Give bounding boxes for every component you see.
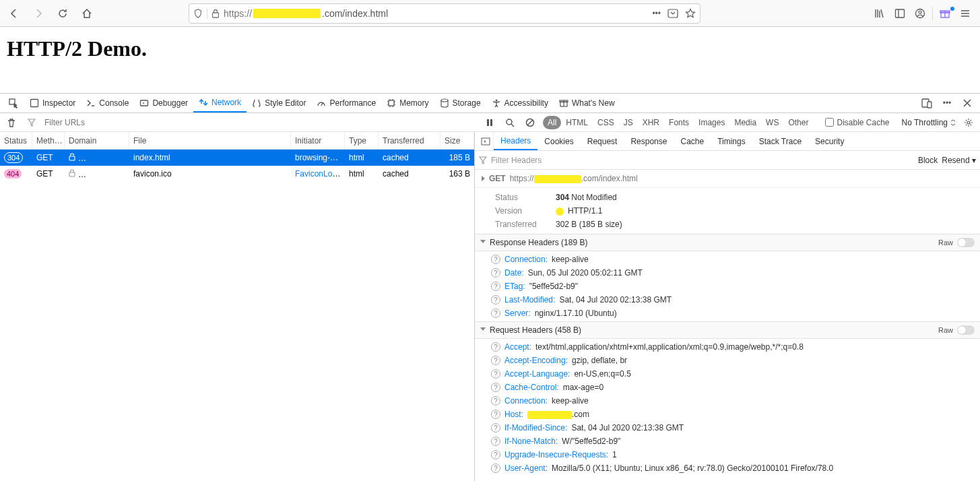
filter-pill-html[interactable]: HTML — [561, 116, 593, 129]
svg-line-25 — [527, 120, 533, 125]
help-icon[interactable]: ? — [491, 356, 500, 365]
hamburger-menu-icon[interactable] — [957, 8, 973, 19]
filter-pill-all[interactable]: All — [543, 116, 561, 129]
help-icon[interactable]: ? — [491, 463, 500, 473]
tab-style-editor[interactable]: Style Editor — [247, 94, 311, 113]
url-bar[interactable]: https://.com/index.html ••• — [189, 3, 700, 24]
tab-console[interactable]: Console — [81, 94, 134, 113]
raw-toggle[interactable] — [957, 325, 975, 335]
reload-button[interactable] — [53, 3, 73, 24]
details-tab-request[interactable]: Request — [581, 132, 624, 150]
header-row: ?Cache-Control: max-age=0 — [475, 381, 980, 394]
svg-point-26 — [967, 121, 970, 124]
disable-cache-toggle[interactable]: Disable Cache — [825, 118, 889, 127]
filter-pill-js[interactable]: JS — [619, 116, 638, 129]
help-icon[interactable]: ? — [491, 255, 500, 264]
header-row: ?Server: nginx/1.17.10 (Ubuntu) — [475, 307, 980, 320]
devtools-more-icon[interactable]: ••• — [940, 98, 954, 108]
tab-debugger[interactable]: Debugger — [134, 94, 193, 113]
reader-icon[interactable] — [667, 9, 678, 18]
details-tab-security[interactable]: Security — [808, 132, 851, 150]
table-row[interactable]: 404GET…favicon.icoFaviconLoa…htmlcached1… — [0, 166, 474, 182]
accessibility-icon — [492, 98, 501, 108]
back-button[interactable] — [4, 3, 24, 24]
filter-pill-fonts[interactable]: Fonts — [664, 116, 694, 129]
network-table: StatusMeth…DomainFileInitiatorTypeTransf… — [0, 132, 475, 481]
bookmark-star-icon[interactable] — [685, 8, 696, 19]
column-header[interactable]: Meth… — [32, 132, 65, 149]
library-icon[interactable] — [872, 8, 888, 19]
memory-icon — [387, 98, 396, 108]
clear-icon[interactable] — [4, 118, 19, 127]
details-tab-cache[interactable]: Cache — [674, 132, 711, 150]
search-icon[interactable] — [502, 118, 517, 127]
response-headers-section[interactable]: Response Headers (189 B) Raw — [475, 234, 980, 251]
help-icon[interactable]: ? — [491, 309, 500, 318]
details-tab-headers[interactable]: Headers — [494, 132, 537, 150]
filter-urls-input[interactable] — [44, 118, 145, 127]
filter-headers-input[interactable]: Filter Headers — [491, 156, 542, 165]
column-header[interactable]: Type — [345, 132, 379, 149]
summary-url[interactable]: GET https://.com/index.html — [475, 170, 980, 188]
column-header[interactable]: Initiator — [291, 132, 345, 149]
throttling-select[interactable]: No Throttling — [902, 118, 956, 127]
help-icon[interactable]: ? — [491, 383, 500, 392]
filter-pills: AllHTMLCSSJSXHRFontsImagesMediaWSOther — [543, 116, 813, 129]
browser-toolbar: https://.com/index.html ••• — [0, 0, 980, 27]
help-icon[interactable]: ? — [491, 282, 500, 291]
raw-toggle[interactable] — [957, 238, 975, 247]
help-icon[interactable]: ? — [491, 450, 500, 459]
responsive-design-icon[interactable] — [919, 98, 934, 108]
resend-button[interactable]: Resend ▾ — [942, 156, 976, 165]
filter-pill-media[interactable]: Media — [729, 116, 761, 129]
details-tab-response[interactable]: Response — [624, 132, 674, 150]
home-button[interactable] — [77, 3, 97, 24]
help-icon[interactable]: ? — [491, 342, 500, 352]
help-icon[interactable]: ? — [491, 410, 500, 419]
column-header[interactable]: Status — [0, 132, 32, 149]
more-actions-icon[interactable]: ••• — [652, 9, 661, 18]
filter-pill-ws[interactable]: WS — [761, 116, 783, 129]
help-icon[interactable]: ? — [491, 423, 500, 432]
details-tab-stack-trace[interactable]: Stack Trace — [752, 132, 808, 150]
whats-new-icon[interactable] — [937, 8, 953, 19]
details-tab-timings[interactable]: Timings — [711, 132, 752, 150]
tab-inspector[interactable]: Inspector — [24, 94, 81, 113]
har-settings-icon[interactable] — [961, 118, 976, 127]
request-headers-section[interactable]: Request Headers (458 B) Raw — [475, 321, 980, 339]
tab-storage[interactable]: Storage — [434, 94, 486, 113]
account-icon[interactable] — [912, 8, 928, 19]
tab-performance[interactable]: Performance — [311, 94, 381, 113]
sidebar-icon[interactable] — [892, 8, 908, 19]
devtools-close-icon[interactable] — [960, 98, 975, 108]
filter-icon[interactable] — [24, 119, 39, 127]
column-header[interactable]: File — [129, 132, 291, 149]
filter-pill-images[interactable]: Images — [694, 116, 729, 129]
column-header[interactable]: Size — [440, 132, 474, 149]
column-header[interactable]: Transferred — [379, 132, 440, 149]
block-icon[interactable] — [523, 118, 537, 127]
filter-pill-css[interactable]: CSS — [593, 116, 619, 129]
help-icon[interactable]: ? — [491, 396, 500, 406]
inspect-toggle[interactable] — [3, 94, 24, 113]
pause-icon[interactable] — [482, 119, 497, 127]
help-icon[interactable]: ? — [491, 437, 500, 446]
filter-pill-other[interactable]: Other — [783, 116, 813, 129]
details-tab-cookies[interactable]: Cookies — [537, 132, 580, 150]
forward-button[interactable] — [28, 3, 48, 24]
filter-pill-xhr[interactable]: XHR — [638, 116, 664, 129]
table-row[interactable]: 304GET…index.htmlbrowsing-c…htmlcached18… — [0, 150, 474, 166]
filter-headers-row: Filter Headers Block Resend ▾ — [475, 151, 980, 170]
column-header[interactable]: Domain — [65, 132, 129, 149]
svg-rect-12 — [389, 100, 394, 106]
tab-network[interactable]: Network — [193, 94, 247, 113]
toggle-panel-icon[interactable] — [478, 132, 494, 150]
block-button[interactable]: Block — [918, 156, 938, 165]
url-section: https://.com/index.html ••• — [101, 3, 868, 24]
tab-memory[interactable]: Memory — [381, 94, 434, 113]
help-icon[interactable]: ? — [491, 268, 500, 278]
tab-accessibility[interactable]: Accessibility — [486, 94, 554, 113]
help-icon[interactable]: ? — [491, 295, 500, 304]
tab-what-s-new[interactable]: What's New — [554, 94, 620, 113]
help-icon[interactable]: ? — [491, 369, 500, 379]
